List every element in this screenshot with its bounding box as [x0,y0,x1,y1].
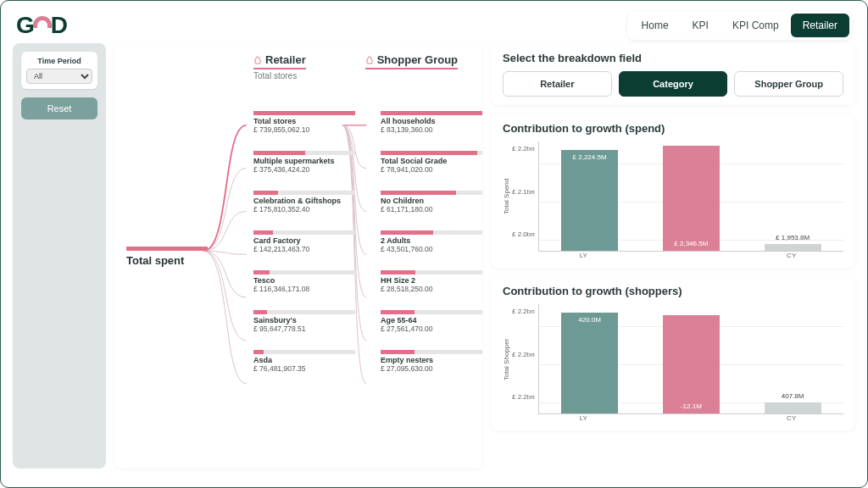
retailer-node[interactable]: Asda£ 76,481,907.35 [253,350,355,373]
nav-retailer[interactable]: Retailer [791,14,849,37]
bar-delta[interactable]: -12.1M [640,304,742,413]
bar-CY[interactable]: 407.8M [742,304,843,413]
breakdown-option-category[interactable]: Category [619,71,728,97]
growth-spend-title: Contribution to growth (spend) [503,122,843,135]
lock-icon [365,56,374,64]
shopper-node[interactable]: Total Social Grade£ 78,941,020.00 [381,151,482,174]
growth-spend-panel: Contribution to growth (spend) Total Spe… [491,114,855,268]
time-period-filter: Time Period All [21,52,97,89]
sidebar: Time Period All Reset [13,43,106,469]
decomposition-panel: Retailer Total stores Shopper Group [114,43,482,469]
breakdown-option-retailer[interactable]: Retailer [503,71,612,97]
growth-shoppers-panel: Contribution to growth (shoppers) Total … [491,276,855,430]
retailer-node[interactable]: Sainsbury's£ 95,647,778.51 [253,310,355,333]
bar-LY[interactable]: £ 2,224.5M [539,141,641,251]
shopper-node[interactable]: All households£ 83,139,360.00 [381,111,482,134]
breakdown-selector-panel: Select the breakdown field RetailerCateg… [491,43,855,105]
shopper-col-title[interactable]: Shopper Group [377,53,458,66]
bar-delta[interactable]: £ 2,346.5M [640,141,742,251]
shopper-node[interactable]: Age 55-64£ 27,561,470.00 [381,310,482,333]
retailer-node[interactable]: Multiple supermarkets£ 375,436,424.20 [253,151,355,174]
retailer-node[interactable]: Total stores£ 739,855,062.10 [253,111,355,134]
retailer-col-sub: Total stores [253,71,306,80]
shopper-node[interactable]: 2 Adults£ 43,501,760.00 [381,230,482,253]
time-period-label: Time Period [37,57,81,65]
main-nav: HomeKPIKPI CompRetailer [627,11,852,40]
retailer-node[interactable]: Celebration & Giftshops£ 175,810,352.40 [253,191,355,214]
bar-LY[interactable]: 420.0M [539,304,641,413]
nav-kpi[interactable]: KPI [681,14,721,37]
lock-icon [253,56,262,64]
bar-CY[interactable]: £ 1,953.8M [742,141,843,251]
shopper-node[interactable]: HH Size 2£ 28,518,250.00 [381,270,482,293]
retailer-node[interactable]: Card Factory£ 142,213,463.70 [253,230,355,253]
shopper-node[interactable]: No Children£ 61,171,180.00 [381,191,482,214]
retailer-node[interactable]: Tesco£ 116,346,171.08 [253,270,355,293]
breakdown-option-shopper-group[interactable]: Shopper Group [734,71,843,97]
time-period-select[interactable]: All [26,69,92,84]
nav-kpi-comp[interactable]: KPI Comp [721,14,791,37]
reset-button[interactable]: Reset [21,97,97,119]
decomp-root[interactable]: Total spent [126,247,208,267]
y-axis-label: Total Spend [503,141,510,252]
y-axis-label: Total Shopper [503,304,510,414]
brand-logo: GD [16,12,67,39]
breakdown-title: Select the breakdown field [503,52,843,64]
retailer-col-title[interactable]: Retailer [265,53,306,66]
shopper-node[interactable]: Empty nesters£ 27,095,630.00 [381,350,482,373]
growth-shoppers-title: Contribution to growth (shoppers) [503,285,843,297]
nav-home[interactable]: Home [630,14,681,37]
